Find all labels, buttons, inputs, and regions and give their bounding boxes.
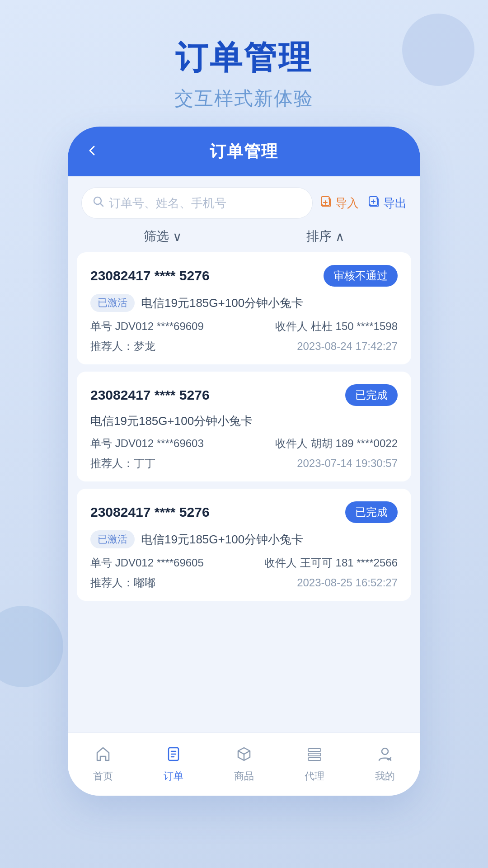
sort-up-icon: ∧ bbox=[335, 229, 345, 244]
sort-button[interactable]: 排序 ∧ bbox=[306, 228, 345, 245]
import-label: 导入 bbox=[335, 195, 359, 211]
export-icon bbox=[368, 195, 380, 211]
svg-rect-6 bbox=[308, 758, 321, 760]
background: 订单管理 交互样式新体验 订单管理 bbox=[0, 0, 488, 868]
order-detail-row: 单号 JDV012 ****69603 收件人 胡胡 189 ****0022 bbox=[90, 436, 398, 451]
status-badge: 已完成 bbox=[345, 501, 398, 523]
order-time: 2023-08-24 17:42:27 bbox=[297, 340, 398, 353]
nav-label-mine: 我的 bbox=[375, 769, 395, 783]
export-label: 导出 bbox=[383, 195, 407, 211]
search-row: 订单号、姓名、手机号 导入 bbox=[68, 176, 420, 223]
svg-rect-5 bbox=[308, 753, 321, 756]
order-number: 23082417 **** 5276 bbox=[90, 505, 210, 520]
nav-label-product: 商品 bbox=[234, 769, 254, 783]
nav-label-home: 首页 bbox=[93, 769, 113, 783]
product-row: 电信19元185G+100分钟小兔卡 bbox=[90, 413, 398, 429]
search-placeholder: 订单号、姓名、手机号 bbox=[109, 195, 226, 211]
activated-tag: 已激活 bbox=[90, 294, 135, 312]
nav-item-agent[interactable]: 代理 bbox=[292, 745, 337, 783]
product-row: 已激活 电信19元185G+100分钟小兔卡 bbox=[90, 530, 398, 548]
order-top-row: 23082417 **** 5276 审核不通过 bbox=[90, 265, 398, 287]
import-button[interactable]: 导入 bbox=[320, 195, 359, 211]
phone-header-title: 订单管理 bbox=[210, 141, 278, 163]
import-icon bbox=[320, 195, 333, 211]
phone-header: 订单管理 bbox=[68, 127, 420, 176]
deco-circle-bl bbox=[0, 606, 63, 687]
nav-label-order: 订单 bbox=[164, 769, 183, 783]
order-detail-row: 单号 JDV012 ****69605 收件人 王可可 181 ****2566 bbox=[90, 556, 398, 570]
search-icon bbox=[93, 196, 104, 211]
nav-icon-agent bbox=[306, 745, 323, 767]
status-badge: 已完成 bbox=[345, 384, 398, 406]
nav-item-home[interactable]: 首页 bbox=[80, 745, 126, 783]
nav-item-mine[interactable]: 我的 bbox=[362, 745, 408, 783]
filter-label: 筛选 bbox=[144, 228, 169, 245]
search-box[interactable]: 订单号、姓名、手机号 bbox=[81, 187, 313, 219]
order-footer-row: 推荐人：丁丁 2023-07-14 19:30:57 bbox=[90, 456, 398, 471]
recommender: 推荐人：嘟嘟 bbox=[90, 576, 155, 590]
order-top-row: 23082417 **** 5276 已完成 bbox=[90, 384, 398, 406]
order-top-row: 23082417 **** 5276 已完成 bbox=[90, 501, 398, 523]
bottom-nav: 首页 订单 商品 代理 我的 bbox=[68, 732, 420, 796]
order-sn: 单号 JDV012 ****69605 bbox=[90, 556, 204, 570]
order-time: 2023-07-14 19:30:57 bbox=[297, 457, 398, 470]
order-card[interactable]: 23082417 **** 5276 已完成 电信19元185G+100分钟小兔… bbox=[77, 372, 411, 481]
order-card[interactable]: 23082417 **** 5276 已完成 已激活 电信19元185G+100… bbox=[77, 489, 411, 601]
orders-list: 23082417 **** 5276 审核不通过 已激活 电信19元185G+1… bbox=[68, 252, 420, 732]
page-subtitle: 交互样式新体验 bbox=[174, 86, 314, 111]
svg-point-7 bbox=[382, 748, 388, 755]
order-footer-row: 推荐人：嘟嘟 2023-08-25 16:52:27 bbox=[90, 576, 398, 590]
page-title: 订单管理 bbox=[174, 36, 314, 80]
nav-icon-mine bbox=[376, 745, 394, 767]
status-badge: 审核不通过 bbox=[324, 265, 398, 287]
order-footer-row: 推荐人：梦龙 2023-08-24 17:42:27 bbox=[90, 339, 398, 354]
order-card[interactable]: 23082417 **** 5276 审核不通过 已激活 电信19元185G+1… bbox=[77, 252, 411, 364]
recipient: 收件人 杜杜 150 ****1598 bbox=[275, 319, 398, 334]
recommender: 推荐人：梦龙 bbox=[90, 339, 155, 354]
product-name: 电信19元185G+100分钟小兔卡 bbox=[141, 532, 303, 547]
svg-rect-4 bbox=[308, 749, 321, 751]
product-row: 已激活 电信19元185G+100分钟小兔卡 bbox=[90, 294, 398, 312]
export-button[interactable]: 导出 bbox=[368, 195, 407, 211]
order-number: 23082417 **** 5276 bbox=[90, 268, 210, 283]
order-sn: 单号 JDV012 ****69609 bbox=[90, 319, 204, 334]
order-time: 2023-08-25 16:52:27 bbox=[297, 576, 398, 589]
recipient: 收件人 胡胡 189 ****0022 bbox=[275, 436, 398, 451]
recommender: 推荐人：丁丁 bbox=[90, 456, 155, 471]
activated-tag: 已激活 bbox=[90, 530, 135, 548]
order-sn: 单号 JDV012 ****69603 bbox=[90, 436, 204, 451]
back-button[interactable] bbox=[86, 142, 99, 161]
nav-icon-order bbox=[165, 745, 182, 767]
product-name: 电信19元185G+100分钟小兔卡 bbox=[90, 413, 253, 429]
filter-down-icon: ∨ bbox=[173, 229, 182, 244]
phone-content: 订单号、姓名、手机号 导入 bbox=[68, 176, 420, 732]
filter-button[interactable]: 筛选 ∨ bbox=[144, 228, 182, 245]
deco-circle-tr bbox=[402, 14, 474, 86]
recipient: 收件人 王可可 181 ****2566 bbox=[264, 556, 398, 570]
filter-sort-row: 筛选 ∨ 排序 ∧ bbox=[68, 223, 420, 252]
nav-icon-home bbox=[94, 745, 112, 767]
nav-icon-product bbox=[235, 745, 253, 767]
product-name: 电信19元185G+100分钟小兔卡 bbox=[141, 295, 303, 311]
sort-label: 排序 bbox=[306, 228, 332, 245]
nav-item-order[interactable]: 订单 bbox=[151, 745, 196, 783]
page-header: 订单管理 交互样式新体验 bbox=[174, 36, 314, 111]
phone-mockup: 订单管理 订单号、姓名、手机号 bbox=[68, 127, 420, 796]
action-buttons: 导入 导出 bbox=[320, 195, 407, 211]
order-number: 23082417 **** 5276 bbox=[90, 387, 210, 403]
order-detail-row: 单号 JDV012 ****69609 收件人 杜杜 150 ****1598 bbox=[90, 319, 398, 334]
nav-label-agent: 代理 bbox=[305, 769, 324, 783]
nav-item-product[interactable]: 商品 bbox=[221, 745, 267, 783]
